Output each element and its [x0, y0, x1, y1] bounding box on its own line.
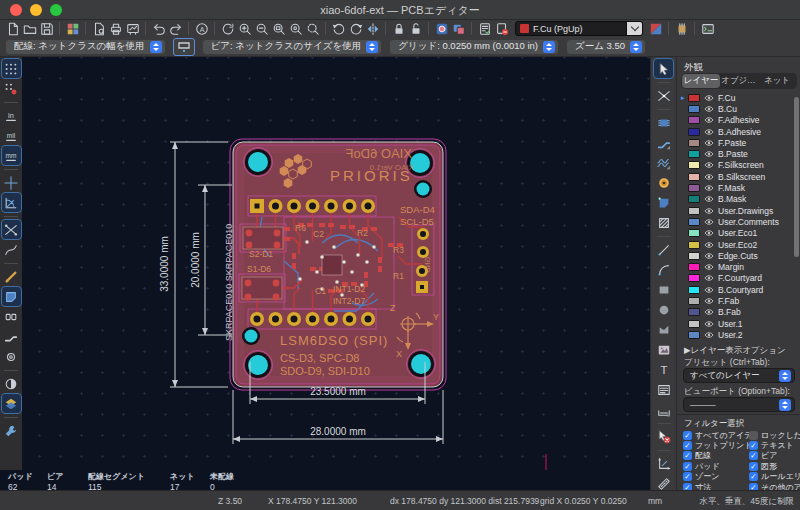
draw-arc-icon[interactable]	[654, 260, 673, 279]
refresh-view-icon[interactable]	[219, 21, 236, 37]
redo-icon[interactable]	[167, 21, 184, 37]
page-settings-icon[interactable]	[90, 21, 107, 37]
layer-color-swatch[interactable]	[688, 128, 700, 136]
layer-row[interactable]: B.Mask	[677, 194, 800, 205]
checkbox[interactable]: ✓	[749, 462, 758, 471]
checkbox[interactable]: ✓	[749, 451, 758, 460]
polar-coordinates-icon[interactable]	[2, 193, 21, 212]
layer-row[interactable]: F.Adhesive	[677, 115, 800, 126]
layer-color-swatch[interactable]	[688, 286, 700, 294]
layer-row[interactable]: B.Silkscreen	[677, 171, 800, 182]
draw-polygon-icon[interactable]	[654, 320, 673, 339]
update-pcb-from-schematic-icon[interactable]	[450, 21, 467, 37]
select-cursor-icon[interactable]	[654, 59, 673, 78]
flip-board-view-icon[interactable]	[364, 21, 381, 37]
layer-pair-toggle-icon[interactable]	[647, 21, 664, 37]
open-board-icon[interactable]	[21, 21, 38, 37]
drc-icon[interactable]	[476, 21, 493, 37]
zoom-in-icon[interactable]	[236, 21, 253, 37]
layer-color-swatch[interactable]	[688, 173, 700, 181]
highlight-nets-icon[interactable]	[2, 267, 21, 286]
layer-row[interactable]: Margin	[677, 261, 800, 272]
checkbox[interactable]	[749, 431, 758, 440]
tab-nets[interactable]: ネット	[758, 74, 796, 88]
rotate-cw-icon[interactable]	[347, 21, 364, 37]
add-text-icon[interactable]: T	[654, 360, 673, 379]
pcb-canvas[interactable]: PRIORIS XIAO 6DoF XIAO Ver1.0 SDA-D4 SCL…	[22, 57, 650, 470]
visibility-eye-icon[interactable]	[704, 161, 714, 169]
visibility-eye-icon[interactable]	[704, 229, 714, 237]
layer-color-swatch[interactable]	[688, 116, 700, 124]
grid-dropdown[interactable]: グリッド: 0.0250 mm (0.0010 in)	[389, 39, 559, 55]
preset-select[interactable]: すべてのレイヤー	[683, 368, 795, 383]
layer-color-swatch[interactable]	[688, 150, 700, 158]
route-tracks-icon[interactable]	[654, 133, 673, 152]
layer-color-swatch[interactable]	[688, 139, 700, 147]
layer-dropdown-button[interactable]	[627, 21, 643, 36]
print-icon[interactable]	[107, 21, 124, 37]
unlock-icon[interactable]	[407, 21, 424, 37]
rule-area-icon[interactable]	[654, 213, 673, 232]
layer-row[interactable]: User.3	[677, 341, 800, 342]
grid-visibility-icon[interactable]	[2, 59, 21, 78]
layer-row[interactable]: B.Fab	[677, 307, 800, 318]
layer-color-swatch[interactable]	[688, 105, 700, 113]
inactive-layer-dim-icon[interactable]	[2, 374, 21, 393]
layer-row[interactable]: F.Silkscreen	[677, 160, 800, 171]
high-contrast-mode-icon[interactable]	[2, 394, 21, 413]
visibility-eye-icon[interactable]	[704, 184, 714, 192]
add-dimension-icon[interactable]	[654, 400, 673, 419]
find-icon[interactable]: A	[193, 21, 210, 37]
plot-icon[interactable]	[124, 21, 141, 37]
draw-circle-icon[interactable]	[654, 300, 673, 319]
tab-objects[interactable]: オブジェクト	[720, 74, 758, 88]
visibility-eye-icon[interactable]	[704, 241, 714, 249]
layer-color-swatch[interactable]	[688, 218, 700, 226]
visibility-eye-icon[interactable]	[704, 173, 714, 181]
scripting-console-icon[interactable]	[699, 21, 716, 37]
curved-ratsnest-icon[interactable]	[2, 240, 21, 259]
layer-color-swatch[interactable]	[688, 229, 700, 237]
visibility-eye-icon[interactable]	[704, 252, 714, 260]
lock-icon[interactable]	[390, 21, 407, 37]
checkbox[interactable]: ✓	[683, 472, 692, 481]
layer-row[interactable]: F.Mask	[677, 182, 800, 193]
layer-color-swatch[interactable]	[688, 263, 700, 271]
visibility-eye-icon[interactable]	[704, 263, 714, 271]
footprint-properties-icon[interactable]	[673, 21, 690, 37]
layer-list-scrollbar[interactable]	[794, 97, 799, 257]
board-setup-icon[interactable]	[433, 21, 450, 37]
place-footprint-icon[interactable]	[654, 113, 673, 132]
new-board-icon[interactable]	[4, 21, 21, 37]
via-display-mode-icon[interactable]	[2, 347, 21, 366]
layer-color-swatch[interactable]	[688, 320, 700, 328]
layer-row[interactable]: B.Adhesive	[677, 126, 800, 137]
layer-color-swatch[interactable]	[688, 195, 700, 203]
preferences-icon[interactable]	[2, 421, 21, 440]
tab-layers[interactable]: レイヤー	[682, 74, 720, 88]
visibility-eye-icon[interactable]	[704, 274, 714, 282]
track-display-mode-icon[interactable]	[2, 327, 21, 346]
draw-zone-icon[interactable]	[654, 193, 673, 212]
ratsnest-visibility-icon[interactable]	[2, 220, 21, 239]
layer-color-swatch[interactable]	[688, 331, 700, 339]
fullscreen-cursor-icon[interactable]	[2, 173, 21, 192]
draw-rectangle-icon[interactable]	[654, 280, 673, 299]
visibility-eye-icon[interactable]	[704, 308, 714, 316]
zone-display-mode-icon[interactable]	[2, 287, 21, 306]
zoom-fit-icon[interactable]	[270, 21, 287, 37]
layer-color-swatch[interactable]	[688, 161, 700, 169]
place-via-icon[interactable]	[654, 173, 673, 192]
visibility-eye-icon[interactable]	[704, 331, 714, 339]
visibility-eye-icon[interactable]	[704, 207, 714, 215]
layer-row[interactable]: ▸F.Cu	[677, 92, 800, 103]
layer-row[interactable]: User.Eco1	[677, 228, 800, 239]
zoom-dropdown[interactable]: ズーム 3.50	[566, 39, 646, 55]
add-image-icon[interactable]	[654, 340, 673, 359]
layer-row[interactable]: User.2	[677, 329, 800, 340]
pad-display-mode-icon[interactable]	[2, 307, 21, 326]
footprint-checks-icon[interactable]	[493, 21, 510, 37]
layer-row[interactable]: F.Paste	[677, 137, 800, 148]
visibility-eye-icon[interactable]	[704, 218, 714, 226]
save-icon[interactable]	[38, 21, 55, 37]
